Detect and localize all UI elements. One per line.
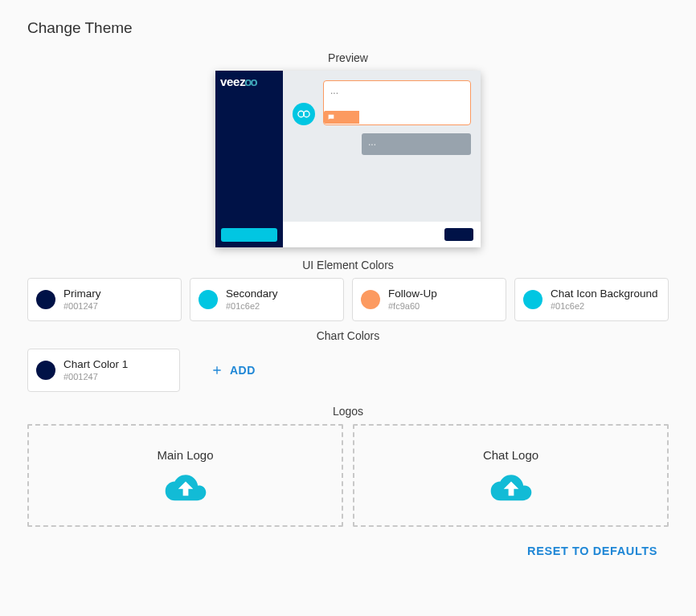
- color-hex: #001247: [63, 372, 128, 381]
- color-swatch: [199, 290, 218, 309]
- color-hex: #001247: [63, 301, 101, 311]
- page-title: Change Theme: [27, 19, 669, 37]
- preview-brand-logo: veezoo: [215, 71, 283, 88]
- color-card-followup[interactable]: Follow-Up #fc9a60: [352, 278, 506, 321]
- color-swatch: [361, 290, 380, 309]
- color-name: Chart Color 1: [63, 359, 128, 371]
- preview-grey-pill: ...: [362, 133, 471, 155]
- color-swatch: [36, 290, 55, 309]
- main-logo-label: Main Logo: [157, 448, 213, 462]
- brand-text: veez: [220, 75, 245, 88]
- grey-pill-text: ...: [368, 137, 376, 148]
- plus-icon: [211, 364, 223, 377]
- color-hex: #fc9a60: [388, 301, 437, 311]
- chat-bubble-text: ...: [330, 85, 338, 96]
- chat-avatar-icon: [293, 103, 315, 125]
- preview-input-bar: [283, 222, 481, 247]
- cloud-upload-icon: [489, 473, 533, 504]
- color-swatch: [36, 361, 55, 380]
- color-card-primary[interactable]: Primary #001247: [27, 278, 182, 321]
- preview-send-button: [444, 228, 473, 241]
- color-hex: #01c6e2: [226, 301, 278, 311]
- logo-grid: Main Logo Chat Logo: [27, 424, 669, 527]
- preview-chat-area: ... ...: [283, 71, 481, 222]
- section-label-preview: Preview: [27, 51, 669, 64]
- color-card-secondary[interactable]: Secondary #01c6e2: [190, 278, 344, 321]
- color-name: Primary: [63, 288, 101, 300]
- color-name: Secondary: [226, 288, 278, 300]
- section-label-ui-colors: UI Element Colors: [27, 259, 669, 271]
- preview-followup-tag: [324, 111, 359, 124]
- add-label: ADD: [230, 364, 256, 377]
- cloud-upload-icon: [164, 473, 207, 504]
- add-chart-color-button[interactable]: ADD: [188, 349, 278, 392]
- preview-sidebar: veezoo: [215, 71, 283, 247]
- theme-preview: veezoo ... ...: [215, 71, 481, 247]
- chart-colors-row: Chart Color 1 #001247 ADD: [27, 349, 669, 392]
- chat-logo-dropzone[interactable]: Chat Logo: [353, 424, 669, 527]
- reset-defaults-button[interactable]: RESET TO DEFAULTS: [527, 545, 657, 557]
- preview-sidebar-active-item: [221, 228, 277, 242]
- color-hex: #01c6e2: [551, 301, 658, 311]
- section-label-logos: Logos: [27, 405, 669, 418]
- section-label-chart-colors: Chart Colors: [27, 329, 669, 342]
- main-logo-dropzone[interactable]: Main Logo: [27, 424, 343, 527]
- brand-text-accent: oo: [244, 75, 256, 88]
- color-name: Follow-Up: [388, 288, 437, 300]
- preview-main: ... ...: [283, 71, 481, 247]
- color-card-chart1[interactable]: Chart Color 1 #001247: [27, 349, 180, 392]
- color-swatch: [523, 290, 542, 309]
- chat-logo-label: Chat Logo: [483, 448, 538, 462]
- color-card-chat-icon-bg[interactable]: Chat Icon Background #01c6e2: [514, 278, 669, 321]
- ui-colors-grid: Primary #001247 Secondary #01c6e2 Follow…: [27, 278, 669, 321]
- color-name: Chat Icon Background: [551, 288, 658, 300]
